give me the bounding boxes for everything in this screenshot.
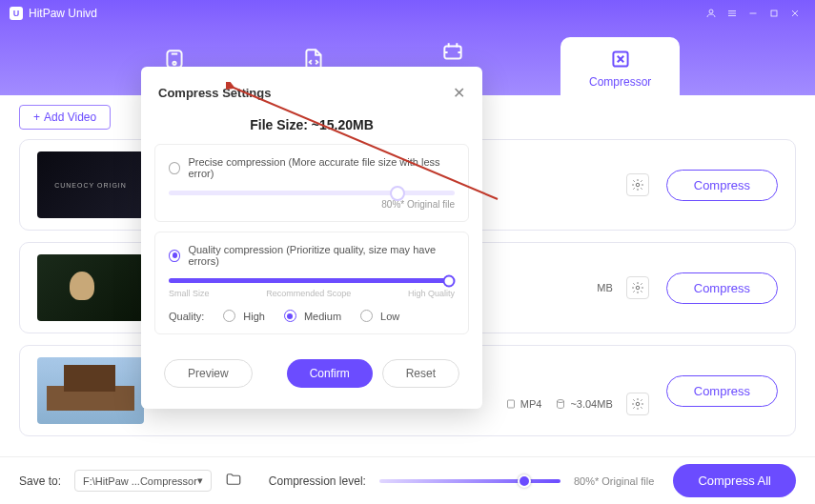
- file-size-value: ~15.20MB: [312, 117, 374, 132]
- video-thumbnail: CUNEOCY ORIGIN: [37, 151, 144, 218]
- slider-thumb[interactable]: [518, 474, 531, 488]
- preview-button[interactable]: Preview: [164, 359, 253, 388]
- minimize-icon[interactable]: [743, 3, 764, 24]
- save-to-label: Save to:: [19, 474, 61, 488]
- compression-level-slider[interactable]: [379, 479, 560, 483]
- video-thumbnail: [37, 357, 144, 424]
- svg-point-7: [636, 286, 640, 290]
- precise-slider[interactable]: [169, 191, 455, 195]
- add-video-button[interactable]: + Add Video: [19, 105, 111, 130]
- precise-section: Precise compression (More accurate file …: [154, 144, 469, 222]
- svg-point-3: [173, 62, 175, 65]
- quality-section: Quality compression (Prioritize quality,…: [154, 232, 469, 334]
- modal-title: Compress Settings: [158, 86, 271, 100]
- compress-settings-modal: Compress Settings ✕ File Size: ~15.20MB …: [141, 67, 482, 409]
- chevron-down-icon: ▾: [197, 474, 203, 487]
- quality-low-radio[interactable]: [360, 310, 373, 322]
- menu-icon[interactable]: [722, 3, 743, 24]
- open-folder-icon[interactable]: [225, 471, 242, 491]
- out-size: MB: [597, 282, 613, 293]
- plus-icon: +: [33, 111, 40, 124]
- svg-point-6: [636, 183, 640, 187]
- footer-bar: Save to: F:\HitPaw ...Compressor ▾ Compr…: [0, 456, 815, 504]
- svg-rect-1: [771, 10, 777, 16]
- precise-label: Precise compression (More accurate file …: [188, 156, 455, 179]
- precise-value: 80%* Original file: [169, 199, 455, 210]
- svg-rect-10: [507, 400, 514, 408]
- quality-slider[interactable]: [169, 278, 455, 283]
- save-path-value: F:\HitPaw ...Compressor: [83, 475, 197, 487]
- settings-icon[interactable]: [626, 393, 649, 415]
- precise-radio[interactable]: [169, 162, 180, 174]
- maximize-icon[interactable]: [764, 3, 784, 24]
- quality-label: Quality compression (Prioritize quality,…: [188, 244, 455, 267]
- compress-all-button[interactable]: Compress All: [673, 464, 796, 497]
- scope-right: High Quality: [408, 289, 455, 298]
- window-titlebar: U HitPaw Univd: [0, 0, 815, 27]
- file-size-label: File Size:: [250, 117, 308, 132]
- app-name: HitPaw Univd: [29, 7, 97, 20]
- video-thumbnail: [37, 254, 144, 321]
- out-format: MP4: [505, 398, 542, 410]
- slider-thumb[interactable]: [390, 186, 405, 201]
- svg-point-12: [636, 402, 640, 406]
- out-size: ~3.04MB: [555, 398, 612, 410]
- app-logo-icon: U: [10, 7, 23, 20]
- tab-compressor[interactable]: Compressor: [560, 37, 680, 98]
- settings-icon[interactable]: [626, 276, 649, 299]
- compress-button[interactable]: Compress: [666, 170, 778, 201]
- compress-button[interactable]: Compress: [666, 272, 778, 304]
- compression-level-value: 80%* Original file: [574, 475, 654, 487]
- scope-mid: Recommended Scope: [266, 289, 351, 298]
- svg-point-11: [558, 400, 564, 403]
- quality-high-radio[interactable]: [223, 310, 235, 322]
- add-video-label: Add Video: [44, 111, 96, 124]
- file-size-row: File Size: ~15.20MB: [141, 117, 482, 132]
- slider-thumb[interactable]: [443, 274, 456, 287]
- close-icon[interactable]: [784, 3, 805, 24]
- quality-medium-radio[interactable]: [284, 310, 296, 322]
- compress-button[interactable]: Compress: [666, 375, 778, 407]
- quality-row-label: Quality:: [169, 311, 204, 322]
- account-icon[interactable]: [701, 3, 722, 24]
- confirm-button[interactable]: Confirm: [287, 359, 373, 388]
- scope-left: Small Size: [169, 289, 210, 298]
- modal-close-icon[interactable]: ✕: [453, 84, 465, 102]
- save-path-select[interactable]: F:\HitPaw ...Compressor ▾: [74, 470, 212, 492]
- compression-level-label: Compression level:: [269, 474, 366, 488]
- quality-radio[interactable]: [169, 250, 180, 262]
- tab-compressor-label: Compressor: [589, 75, 651, 89]
- svg-point-0: [709, 10, 713, 13]
- reset-button[interactable]: Reset: [382, 359, 459, 388]
- settings-icon[interactable]: [626, 173, 649, 196]
